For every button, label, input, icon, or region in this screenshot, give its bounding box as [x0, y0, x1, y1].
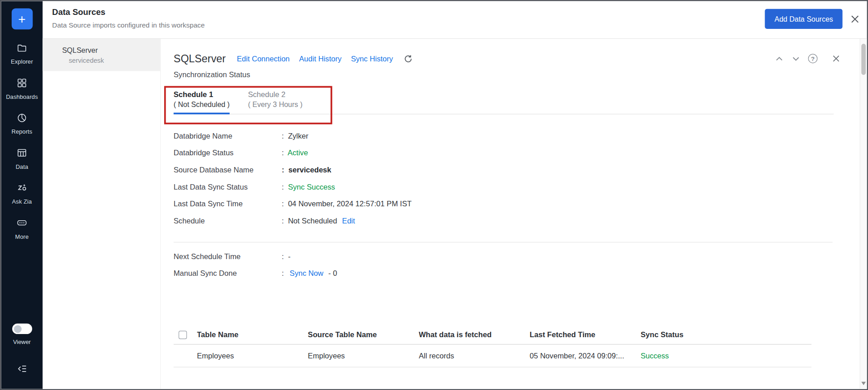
cell-table-name: Employees [197, 352, 308, 360]
sync-now-link[interactable]: Sync Now [290, 269, 323, 278]
sync-status-panel: SQLServer Edit Connection Audit History … [161, 39, 867, 389]
collapse-icon [17, 363, 27, 376]
sidebar-item-label: Data [16, 163, 28, 170]
source-database: servicedesk [69, 56, 155, 64]
zia-icon [17, 182, 27, 195]
chevron-up-icon[interactable] [775, 55, 784, 62]
section-subtitle: Synchronization Status [174, 70, 250, 79]
refresh-icon[interactable] [404, 54, 413, 63]
vertical-scrollbar[interactable] [860, 39, 867, 389]
details-list: Databridge Name Zylker Databridge Status… [174, 128, 412, 230]
source-title: SQLServer [174, 53, 226, 65]
detail-row-schedule: Schedule Not Scheduled Edit [174, 213, 412, 230]
page-header: Data Sources Data Source imports configu… [43, 1, 867, 39]
detail-row-manual-sync: Manual Sync Done Sync Now - 0 [174, 265, 337, 282]
panel-controls [775, 54, 840, 63]
grid-icon [17, 78, 27, 90]
status-value: Active [282, 149, 308, 157]
cell-sync-status: Success [641, 352, 812, 360]
app-window: + Explorer Dashboards Reports [0, 0, 868, 390]
source-list-panel: SQLServer servicedesk [43, 39, 161, 389]
add-data-sources-button[interactable]: Add Data Sources [765, 9, 843, 29]
detail-row-source-database: Source Database Name servicedesk [174, 162, 412, 179]
audit-history-link[interactable]: Audit History [299, 55, 342, 63]
sidebar-nav: Explorer Dashboards Reports Data [1, 43, 42, 240]
tab-schedule-2[interactable]: Schedule 2 ( Every 3 Hours ) [248, 90, 303, 114]
detail-value: Not Scheduled [282, 217, 337, 225]
chevron-down-icon[interactable] [791, 55, 800, 62]
sidebar-item-label: Dashboards [6, 93, 38, 100]
page-subtitle: Data Source imports configured in this w… [52, 22, 867, 29]
sidebar-item-explorer[interactable]: Explorer [1, 43, 42, 65]
page-title: Data Sources [52, 7, 867, 17]
cell-source-table-name: Employees [308, 352, 419, 360]
create-button[interactable]: + [11, 8, 32, 29]
sidebar-item-reports[interactable]: Reports [1, 113, 42, 135]
scrollbar-down-arrow-icon[interactable] [861, 382, 866, 385]
folder-icon [17, 43, 27, 56]
source-name: SQLServer [62, 46, 155, 54]
content-pane: Data Sources Data Source imports configu… [43, 1, 867, 389]
tab-label: Schedule 2 [248, 90, 303, 98]
tab-detail: ( Not Scheduled ) [174, 101, 230, 109]
tab-detail: ( Every 3 Hours ) [248, 101, 303, 109]
schedule-details-list: Next Schedule Time - Manual Sync Done Sy… [174, 248, 337, 282]
toggle-knob [14, 325, 21, 333]
cell-what-data: All records [419, 352, 530, 360]
edit-schedule-link[interactable]: Edit [342, 217, 355, 225]
viewer-label: Viewer [1, 339, 42, 345]
detail-row-next-schedule: Next Schedule Time - [174, 248, 337, 265]
section-divider [174, 242, 833, 242]
plus-icon: + [18, 11, 26, 26]
sidebar-item-label: More [15, 233, 29, 240]
sidebar-item-more[interactable]: More [1, 218, 42, 240]
column-header: Sync Status [641, 331, 812, 339]
body-row: SQLServer servicedesk SQLServer Edit Con… [43, 39, 867, 389]
collapse-sidebar-button[interactable] [17, 363, 27, 376]
ellipsis-icon [17, 218, 27, 230]
source-list-item-sqlserver[interactable]: SQLServer servicedesk [43, 39, 161, 71]
sidebar-item-label: Reports [12, 128, 32, 135]
viewer-toggle[interactable] [12, 324, 32, 334]
schedule-tabs: Schedule 1 ( Not Scheduled ) Schedule 2 … [174, 90, 834, 114]
tab-schedule-1[interactable]: Schedule 1 ( Not Scheduled ) [174, 90, 230, 114]
detail-row-last-sync-time: Last Data Sync Time 04 November, 2024 12… [174, 195, 412, 213]
table-header-row: Table Name Source Table Name What data i… [174, 326, 812, 345]
column-header: Last Fetched Time [530, 331, 641, 339]
tables-sync-table: Table Name Source Table Name What data i… [174, 326, 812, 367]
column-header: Source Table Name [308, 331, 419, 339]
sidebar-item-data[interactable]: Data [1, 148, 42, 170]
detail-row-databridge-name: Databridge Name Zylker [174, 128, 412, 145]
detail-value: - [282, 252, 291, 260]
scaled-viewport: + Explorer Dashboards Reports [0, 0, 868, 390]
help-icon[interactable] [808, 54, 817, 63]
table-icon [17, 148, 27, 160]
sidebar-item-label: Explorer [11, 58, 33, 65]
sidebar: + Explorer Dashboards Reports [1, 1, 42, 389]
sidebar-item-dashboards[interactable]: Dashboards [1, 78, 42, 100]
scrollbar-thumb[interactable] [861, 44, 866, 75]
pie-chart-icon [17, 113, 27, 125]
main-title-row: SQLServer Edit Connection Audit History … [174, 53, 412, 65]
sidebar-item-ask-zia[interactable]: Ask Zia [1, 182, 42, 204]
detail-row-last-sync-status: Last Data Sync Status Sync Success [174, 179, 412, 196]
select-all-checkbox[interactable] [179, 331, 187, 339]
column-header: Table Name [197, 331, 308, 339]
sync-count: - 0 [328, 269, 337, 278]
column-header: What data is fetched [419, 331, 530, 339]
table-row[interactable]: Employees Employees All records 05 Novem… [174, 344, 812, 367]
detail-value: 04 November, 2024 12:57:01 PM IST [282, 200, 412, 208]
detail-value: servicedesk [282, 166, 332, 174]
detail-row-databridge-status: Databridge Status Active [174, 144, 412, 162]
sync-history-link[interactable]: Sync History [351, 55, 393, 63]
sidebar-item-label: Ask Zia [12, 198, 32, 205]
cell-last-fetched: 05 November, 2024 09:09:... [530, 352, 641, 360]
edit-connection-link[interactable]: Edit Connection [237, 55, 290, 63]
detail-value: Zylker [282, 132, 309, 140]
tab-label: Schedule 1 [174, 90, 230, 98]
close-icon[interactable] [850, 14, 860, 24]
status-value: Sync Success [282, 183, 335, 191]
close-panel-icon[interactable] [832, 54, 840, 62]
